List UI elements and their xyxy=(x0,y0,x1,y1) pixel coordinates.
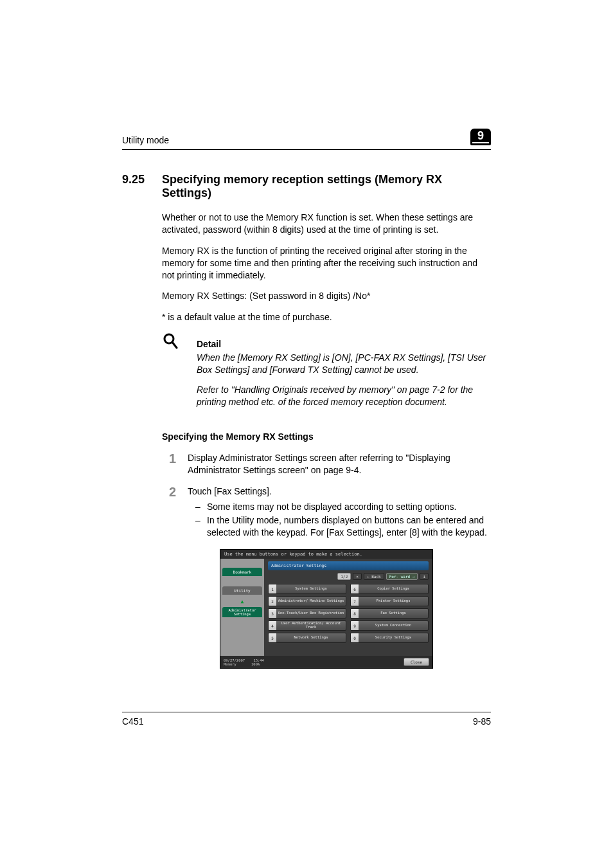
footer-model: C451 xyxy=(122,716,143,727)
menu-printer-settings[interactable]: 7Printer Settings xyxy=(350,596,429,606)
paragraph: * is a default value at the time of purc… xyxy=(162,311,491,323)
menu-network-settings[interactable]: 5Network Settings xyxy=(268,633,346,643)
running-head-left: Utility mode xyxy=(122,135,169,145)
forward-button[interactable]: For- ward → xyxy=(386,573,418,580)
section-heading: 9.25 Specifying memory reception setting… xyxy=(122,173,491,200)
shot-menu-grid: 1System Settings 6Copier Settings 2Admin… xyxy=(268,584,429,643)
step-sublist: Some items may not be displayed accordin… xyxy=(188,501,491,539)
menu-security-settings[interactable]: 0Security Settings xyxy=(350,633,429,643)
close-x-icon[interactable]: × xyxy=(353,573,362,580)
menu-user-auth-account[interactable]: 4User Authentication/ Account Track xyxy=(268,620,346,631)
shot-nav: 1/2 × ← Back For- ward → i xyxy=(268,573,429,580)
sublist-item: In the Utility mode, numbers displayed o… xyxy=(188,514,491,539)
document-page: Utility mode 9 9.25 Specifying memory re… xyxy=(0,0,613,868)
detail-heading: Detail xyxy=(197,339,491,349)
shot-memory-label: Memory xyxy=(224,662,236,666)
page-footer: C451 9-85 xyxy=(122,712,491,727)
menu-fax-settings[interactable]: 8Fax Settings xyxy=(350,608,429,619)
admin-settings-screenshot: Use the menu buttons or keypad to make a… xyxy=(220,549,433,669)
menu-admin-machine-settings[interactable]: 2Administrator/ Machine Settings xyxy=(268,596,346,606)
chapter-number-badge: 9 xyxy=(470,129,491,145)
menu-system-connection[interactable]: 9System Connection xyxy=(350,620,429,631)
magnifier-icon xyxy=(162,332,179,353)
step-number: 2 xyxy=(162,485,176,541)
tab-utility[interactable]: Utility xyxy=(222,586,262,595)
arrow-up-icon: ▲ xyxy=(222,599,262,604)
menu-copier-settings[interactable]: 6Copier Settings xyxy=(350,584,429,594)
running-head: Utility mode 9 xyxy=(122,129,491,150)
paragraph: Whether or not to use the Memory RX func… xyxy=(162,212,491,236)
svg-line-1 xyxy=(172,342,177,348)
menu-system-settings[interactable]: 1System Settings xyxy=(268,584,346,594)
section-title: Specifying memory reception settings (Me… xyxy=(162,173,491,200)
step-number: 1 xyxy=(162,452,176,476)
paragraph: Memory RX is the function of printing th… xyxy=(162,245,491,282)
shot-footer: 09/27/2007 15:44 Memory 100% Close xyxy=(220,656,432,668)
shot-title: Administrator Settings xyxy=(268,561,429,570)
section-number: 9.25 xyxy=(122,173,152,200)
detail-paragraph: Refer to "Handling Originals received by… xyxy=(197,384,491,408)
shot-memory-pct: 100% xyxy=(251,662,260,666)
detail-paragraph: When the [Memory RX Setting] is [ON], [P… xyxy=(197,352,491,376)
shot-sidebar: Bookmark Utility ▲ Administrator Setting… xyxy=(220,559,264,656)
step-1: 1 Display Administrator Settings screen … xyxy=(162,452,491,476)
footer-page-number: 9-85 xyxy=(473,716,491,727)
back-button[interactable]: ← Back xyxy=(364,573,384,580)
info-icon[interactable]: i xyxy=(420,573,429,580)
step-text: Touch [Fax Settings]. xyxy=(188,486,272,496)
tab-administrator-settings[interactable]: Administrator Settings xyxy=(222,607,262,617)
sub-heading: Specifying the Memory RX Settings xyxy=(162,431,491,442)
close-button[interactable]: Close xyxy=(404,658,429,666)
shot-instruction: Use the menu buttons or keypad to make a… xyxy=(220,550,432,559)
step-text: Display Administrator Settings screen af… xyxy=(188,452,491,476)
tab-bookmark[interactable]: Bookmark xyxy=(222,568,262,576)
page-indicator: 1/2 xyxy=(337,573,351,580)
sublist-item: Some items may not be displayed accordin… xyxy=(188,501,491,513)
paragraph: Memory RX Settings: (Set password in 8 d… xyxy=(162,290,491,302)
menu-user-box-registration[interactable]: 3One-Touch/User Box Registration xyxy=(268,608,346,619)
section-body: Whether or not to use the Memory RX func… xyxy=(162,212,491,669)
step-2: 2 Touch [Fax Settings]. Some items may n… xyxy=(162,485,491,541)
shot-content: Administrator Settings 1/2 × ← Back For-… xyxy=(264,559,432,656)
detail-callout: Detail When the [Memory RX Setting] is [… xyxy=(162,332,491,416)
